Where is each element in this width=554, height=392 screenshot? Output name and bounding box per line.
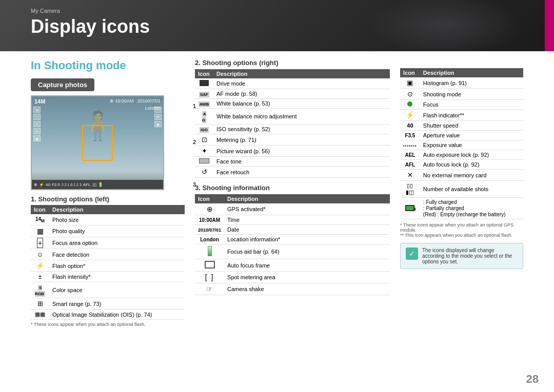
desc-cell: Time — [224, 215, 390, 225]
desc-cell: Drive mode — [213, 78, 390, 89]
table-row: AFL Auto focus lock (p. 92) — [400, 160, 523, 170]
right-icon-table: Icon Description ▣ Histogram (p. 91) ⊙ S… — [400, 68, 523, 219]
desc-cell: Photo size — [49, 214, 185, 225]
table-row: AG White balance micro adjustment — [195, 109, 390, 125]
table-row: ⊞ Smart range (p. 73) — [31, 298, 185, 310]
desc-cell: Face tone — [213, 157, 390, 167]
info-icon: ✓ — [406, 247, 418, 260]
col-header-icon-r: Icon — [400, 68, 420, 77]
bottom-aperture: F3.5 — [52, 182, 60, 187]
capture-badge: Capture photos — [31, 78, 94, 91]
table-row: ⊡ Metering (p. 71) — [195, 134, 390, 146]
icon-cell — [400, 100, 420, 110]
table-row: 10:00AM Time — [195, 215, 390, 225]
table-row: ☺ Face detection — [31, 249, 185, 260]
bottom-exposure-bar: 2 2 1 0 1 2 3 — [62, 183, 82, 187]
desc-cell: Spot metering area — [224, 272, 390, 283]
icon-cell: ↺ — [195, 167, 213, 178]
icon-cell: ▦ — [31, 225, 49, 237]
table-row: ↺ Face retouch — [195, 167, 390, 178]
icon-cell: F3.5 — [400, 131, 420, 140]
side-icon-3: A — [33, 121, 41, 127]
table-row: F3.5 Aperture value — [400, 131, 523, 140]
desc-cell: ISO sensitivity (p. 52) — [213, 125, 390, 134]
desc-cell: Smart range (p. 73) — [49, 298, 185, 310]
bottom-battery: 🔋 — [98, 182, 103, 187]
icon-cell: ⚡ — [400, 110, 420, 121]
marker-3: 3 — [193, 181, 196, 188]
desc-cell: : Fully charged : Partially charged (Red… — [420, 198, 523, 219]
icon-cell — [195, 157, 213, 167]
col-header-icon-right: Icon — [195, 69, 213, 78]
desc-cell: Exposure value — [420, 140, 523, 150]
table-row: SRGB Color space — [31, 282, 185, 298]
shooting-options-left-title: 1. Shooting options (left) — [31, 195, 185, 203]
desc-cell: White balance (p. 53) — [213, 99, 390, 109]
marker-1: 1 — [193, 103, 196, 109]
shooting-options-left-table: Icon Description 14M Photo size ▦ Photo … — [31, 205, 185, 320]
main-content: In Shooting mode Capture photos 14M ⊕ 10… — [0, 51, 554, 332]
left-side-icons: ⊞ + A S ▦ — [33, 107, 41, 141]
icon-cell: ⊕ — [195, 203, 224, 215]
icon-cell: ⊞ — [31, 298, 49, 310]
table-row: Face tone — [195, 157, 390, 167]
desc-cell: Color space — [49, 282, 185, 298]
shooting-options-right-table: Icon Description Drive mode SAF AF mode … — [195, 69, 390, 178]
table-row: ✕ No external memory card — [400, 170, 523, 181]
shooting-information-title: 3. Shooting information — [195, 184, 390, 192]
right-col-spacer — [400, 59, 523, 66]
icon-cell: ▪▪▪▪▪▪▪ — [400, 140, 420, 150]
info-box-text: The icons displayed will change accordin… — [422, 247, 518, 264]
icon-cell: 14M — [31, 214, 49, 225]
desc-cell: Camera shake — [224, 283, 390, 295]
side-icon-1: ⊞ — [33, 107, 41, 113]
icon-cell: ▦▦ — [31, 310, 49, 320]
focus-frame — [82, 125, 113, 161]
icon-cell: AEL — [400, 150, 420, 160]
desc-cell: No external memory card — [420, 170, 523, 181]
table-row: ⊕ GPS activated* — [195, 203, 390, 215]
camera-bottom-strip: ⊕ ⚡ 40 F3.5 2 2 1 0 1 2 3 AFL ▯▯ 🔋 — [32, 180, 163, 189]
icon-cell: ISO — [195, 125, 213, 134]
battery-descriptions: : Fully charged : Partially charged (Red… — [423, 199, 520, 217]
table-row: ± Flash intensity* — [31, 272, 185, 282]
icon-cell — [195, 259, 224, 272]
desc-cell: Shooting mode — [420, 89, 523, 100]
table-row: : Fully charged : Partially charged (Red… — [400, 198, 523, 219]
right-footnotes: * These icons appear when you attach an … — [400, 222, 523, 238]
table-row: ISO ISO sensitivity (p. 52) — [195, 125, 390, 134]
marker-2: 2 — [193, 139, 196, 145]
desc-cell: Focus aid bar (p. 64) — [224, 244, 390, 259]
table-row: ☞ Camera shake — [195, 283, 390, 295]
side-icon-5: ▦ — [33, 135, 41, 141]
desc-cell: Auto focus lock (p. 92) — [420, 160, 523, 170]
header-text: My Camera Display icons — [31, 8, 150, 37]
breadcrumb: My Camera — [31, 8, 150, 14]
section-title: In Shooting mode — [31, 59, 185, 72]
table-row: ▦▦ Optical Image Stabilization (OIS) (p.… — [31, 310, 185, 320]
desc-cell: Shutter speed — [420, 121, 523, 131]
battery-full: : Fully charged — [423, 199, 520, 205]
desc-cell: Histogram (p. 91) — [420, 77, 523, 89]
desc-cell: Face detection — [49, 249, 185, 260]
icon-cell: AG — [195, 109, 213, 125]
right-icon-1: ▫ — [154, 107, 162, 113]
side-icon-2: + — [33, 114, 41, 120]
table-row: London Location information* — [195, 235, 390, 244]
battery-empty: (Red) : Empty (recharge the battery) — [423, 212, 520, 217]
table-row: SAF AF mode (p. 58) — [195, 89, 390, 99]
icon-cell — [400, 198, 420, 219]
col-header-desc-left: Description — [49, 205, 185, 214]
shooting-options-right-title: 2. Shooting options (right) — [195, 59, 390, 67]
side-icon-4: S — [33, 128, 41, 134]
icon-cell — [195, 244, 224, 259]
desc-cell: Focus — [420, 100, 523, 110]
icon-cell: ± — [31, 272, 49, 282]
table-row: ⚡ Flash option* — [31, 260, 185, 272]
table-row: ⚡ Flash indicator** — [400, 110, 523, 121]
battery-full-label: : Fully charged — [423, 199, 457, 205]
table-row: 40 Shutter speed — [400, 121, 523, 131]
bottom-icon-gps: ⊕ — [34, 182, 37, 187]
right-side-icons: ▫ 50 ▦ — [154, 107, 162, 127]
icon-cell: ☞ — [195, 283, 224, 295]
